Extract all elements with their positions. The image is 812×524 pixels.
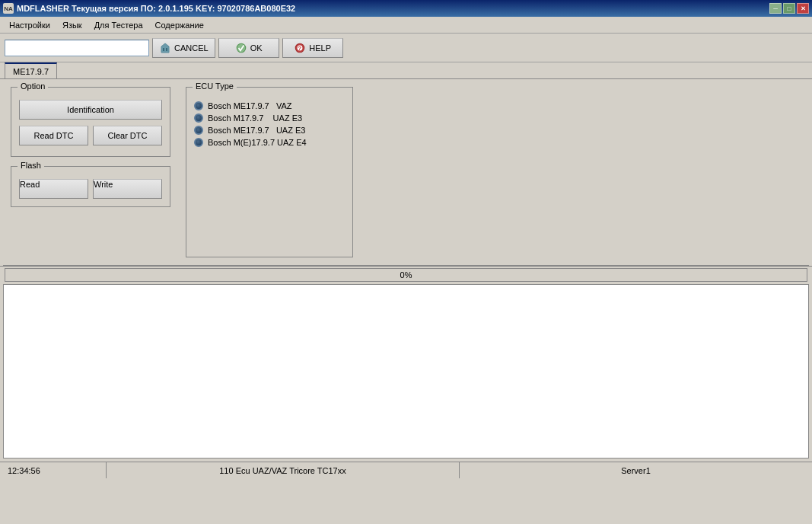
- identification-button[interactable]: Identification: [19, 100, 162, 120]
- time-value: 12:34:56: [8, 466, 40, 475]
- radio-2: [194, 126, 203, 135]
- toolbar: CANCEL OK ? HELP: [0, 34, 812, 62]
- ecu-option-3[interactable]: Bosch M(E)17.9.7 UAZ E4: [194, 136, 345, 149]
- menu-settings[interactable]: Настройки: [3, 19, 56, 31]
- option-group-label: Option: [18, 81, 48, 91]
- help-label: HELP: [309, 43, 331, 53]
- radio-1: [194, 113, 203, 123]
- progress-bar-container: 0%: [5, 268, 807, 282]
- window-controls: ─ □ ✕: [769, 3, 809, 14]
- ecu-type-group: ECU Type Bosch ME17.9.7 VAZ Bosch M17.9.…: [186, 87, 353, 257]
- flash-group-label: Flash: [18, 161, 44, 170]
- tab-bar: ME17.9.7: [0, 62, 812, 79]
- help-button[interactable]: ? HELP: [282, 38, 343, 58]
- read-dtc-button[interactable]: Read DTC: [19, 126, 88, 145]
- info-value: 110 Ecu UAZ/VAZ Tricore TC17xx: [219, 466, 345, 475]
- ecu-label-1: Bosch M17.9.7 UAZ E3: [208, 113, 302, 123]
- title-bar: NA MDFLASHER Текущая версия ПО: 2.0.1.19…: [0, 0, 812, 17]
- svg-rect-2: [166, 48, 167, 51]
- tab-me17[interactable]: ME17.9.7: [5, 62, 57, 78]
- ecu-option-0[interactable]: Bosch ME17.9.7 VAZ: [194, 100, 345, 112]
- ok-label: OK: [250, 43, 263, 53]
- write-button[interactable]: Write: [93, 179, 162, 199]
- read-button[interactable]: Read: [19, 179, 88, 199]
- ecu-label-2: Bosch ME17.9.7 UAZ E3: [208, 126, 305, 135]
- status-bar: 12:34:56 110 Ecu UAZ/VAZ Tricore TC17xx …: [0, 462, 812, 478]
- menu-bar: Настройки Язык Для Тестера Содержание: [0, 17, 812, 34]
- status-server: Server1: [460, 462, 812, 478]
- radio-3: [194, 138, 203, 147]
- svg-text:?: ?: [298, 45, 301, 52]
- search-input[interactable]: [5, 40, 149, 56]
- tab-me17-label: ME17.9.7: [13, 67, 49, 76]
- flash-group: Flash Read Write: [11, 166, 170, 207]
- progress-area: 0%: [0, 266, 812, 284]
- ecu-option-1[interactable]: Bosch M17.9.7 UAZ E3: [194, 112, 345, 124]
- ok-button[interactable]: OK: [218, 38, 279, 58]
- radio-0: [194, 101, 203, 110]
- menu-tester[interactable]: Для Тестера: [88, 19, 149, 31]
- ecu-group-label: ECU Type: [193, 81, 237, 91]
- ecu-label-3: Bosch M(E)17.9.7 UAZ E4: [208, 138, 307, 147]
- cancel-button[interactable]: CANCEL: [152, 38, 215, 58]
- dtc-buttons: Read DTC Clear DTC: [19, 126, 162, 145]
- maximize-button[interactable]: □: [783, 3, 795, 14]
- main-body: CANCEL OK ? HELP ME17.9.: [0, 34, 812, 478]
- cancel-icon: [159, 42, 171, 54]
- inner-content: Option Identification Read DTC Clear DTC…: [0, 79, 812, 265]
- ecu-option-2[interactable]: Bosch ME17.9.7 UAZ E3: [194, 124, 345, 136]
- help-icon: ?: [294, 42, 306, 54]
- content-area: Option Identification Read DTC Clear DTC…: [0, 79, 812, 462]
- ok-icon: [235, 42, 247, 54]
- option-group: Option Identification Read DTC Clear DTC: [11, 87, 170, 157]
- progress-label: 0%: [400, 270, 412, 280]
- svg-point-3: [237, 43, 245, 52]
- cancel-label: CANCEL: [174, 43, 209, 53]
- status-time: 12:34:56: [0, 462, 107, 478]
- ecu-label-0: Bosch ME17.9.7 VAZ: [208, 101, 291, 110]
- svg-marker-0: [161, 43, 169, 53]
- flash-buttons: Read Write: [19, 179, 162, 199]
- menu-content[interactable]: Содержание: [149, 19, 210, 31]
- left-panel: Option Identification Read DTC Clear DTC…: [11, 87, 170, 257]
- clear-dtc-button[interactable]: Clear DTC: [93, 126, 162, 145]
- close-button[interactable]: ✕: [797, 3, 809, 14]
- status-info: 110 Ecu UAZ/VAZ Tricore TC17xx: [107, 462, 460, 478]
- svg-rect-1: [163, 48, 164, 51]
- minimize-button[interactable]: ─: [769, 3, 782, 14]
- menu-language[interactable]: Язык: [56, 19, 88, 31]
- app-icon: NA: [3, 3, 14, 14]
- log-area[interactable]: [3, 284, 809, 459]
- window-title: MDFLASHER Текущая версия ПО: 2.0.1.195 K…: [17, 4, 295, 13]
- server-value: Server1: [621, 466, 651, 475]
